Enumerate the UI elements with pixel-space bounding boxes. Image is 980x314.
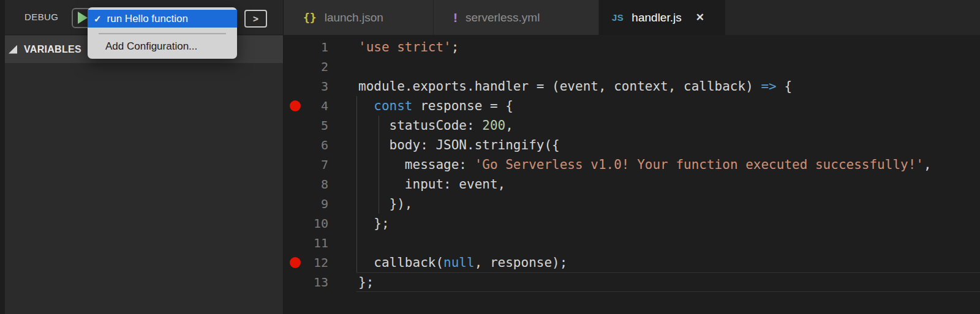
breakpoint-margin[interactable]	[284, 253, 307, 272]
breakpoint-margin[interactable]	[284, 272, 307, 292]
breakpoint-margin[interactable]	[284, 57, 307, 77]
code-text: input: event,	[328, 174, 505, 194]
checkmark-icon: ✓	[94, 13, 102, 24]
code-text: };	[328, 214, 390, 233]
line-number: 12	[307, 253, 328, 272]
breakpoint-margin[interactable]	[284, 155, 307, 174]
window-edge-strip	[0, 0, 5, 314]
code-line-8[interactable]: 8 input: event,	[284, 174, 980, 194]
start-debug-play-icon[interactable]	[78, 12, 88, 24]
menu-item-run-hello-function[interactable]: ✓ run Hello function	[88, 10, 237, 28]
console-chevron-icon: >	[253, 13, 258, 24]
code-token: response = {	[413, 99, 513, 113]
tab-label: handler.js	[631, 11, 681, 24]
code-line-2[interactable]: 2	[284, 57, 980, 77]
code-line-12[interactable]: 12 callback(null, response);	[284, 253, 980, 272]
breakpoint-icon[interactable]	[290, 100, 301, 111]
menu-separator	[99, 33, 226, 34]
javascript-icon: JS	[612, 12, 624, 23]
code-text	[328, 233, 358, 253]
collapse-triangle-icon	[9, 45, 17, 54]
editor-group: {}launch.json!serverless.ymlJShandler.js…	[283, 0, 980, 314]
breakpoint-margin[interactable]	[284, 37, 307, 57]
code-token: input: event,	[358, 177, 505, 192]
code-text: }),	[328, 194, 413, 214]
code-line-4[interactable]: 4 const response = {	[284, 96, 980, 116]
menu-item-add-configuration[interactable]: Add Configuration...	[88, 39, 237, 55]
code-token: 'use strict'	[358, 40, 451, 54]
menu-item-label: Add Configuration...	[105, 40, 197, 52]
code-token: const	[374, 99, 412, 113]
tab-launch.json[interactable]: {}launch.json	[284, 0, 434, 35]
menu-item-label: run Hello function	[107, 13, 188, 25]
indent-guide	[379, 116, 379, 214]
code-line-3[interactable]: 3module.exports.handler = (event, contex…	[284, 77, 980, 96]
line-number: 11	[307, 233, 328, 253]
code-line-10[interactable]: 10 };	[284, 214, 980, 233]
tab-handler.js[interactable]: JShandler.js✕	[599, 0, 725, 35]
breakpoint-margin[interactable]	[284, 116, 307, 135]
line-number: 5	[307, 116, 328, 135]
debug-console-button[interactable]: >	[244, 10, 267, 28]
code-token: statusCode:	[358, 118, 482, 133]
code-line-13[interactable]: 13};	[284, 272, 980, 292]
tab-label: launch.json	[325, 11, 383, 24]
indent-guide	[356, 96, 357, 272]
yaml-warning-icon: !	[453, 10, 458, 25]
code-token: ,	[505, 118, 513, 133]
tab-serverless.yml[interactable]: !serverless.yml	[434, 0, 599, 35]
code-token: body: JSON.stringify({	[358, 138, 560, 152]
code-text: 'use strict';	[328, 37, 459, 57]
code-area: 1'use strict';23module.exports.handler =…	[284, 37, 980, 292]
code-text: body: JSON.stringify({	[328, 135, 560, 155]
close-icon[interactable]: ✕	[696, 11, 704, 24]
code-token: null	[443, 255, 475, 270]
breakpoint-margin[interactable]	[284, 96, 307, 116]
breakpoint-margin[interactable]	[284, 174, 307, 194]
tab-bar: {}launch.json!serverless.ymlJShandler.js…	[284, 0, 980, 35]
code-token: ,	[924, 157, 932, 172]
code-token: 'Go Serverless v1.0! Your function execu…	[475, 157, 924, 172]
line-number: 6	[307, 135, 328, 155]
line-number: 7	[307, 155, 328, 174]
breakpoint-margin[interactable]	[284, 77, 307, 96]
code-token: };	[358, 275, 374, 290]
code-line-1[interactable]: 1'use strict';	[284, 37, 980, 57]
line-number: 2	[307, 57, 328, 77]
code-line-7[interactable]: 7 message: 'Go Serverless v1.0! Your fun…	[284, 155, 980, 174]
line-number: 3	[307, 77, 328, 96]
code-line-6[interactable]: 6 body: JSON.stringify({	[284, 135, 980, 155]
code-token: ;	[451, 40, 459, 54]
code-token: , response);	[475, 255, 568, 270]
line-number: 1	[307, 37, 328, 57]
code-token: 200	[482, 118, 505, 133]
code-text: module.exports.handler = (event, context…	[328, 77, 792, 96]
json-braces-icon: {}	[303, 11, 317, 24]
debug-title: DEBUG	[24, 0, 58, 34]
code-token: };	[358, 216, 390, 231]
editor[interactable]: 1'use strict';23module.exports.handler =…	[284, 35, 980, 314]
breakpoint-margin[interactable]	[284, 233, 307, 253]
code-token: callback(	[358, 255, 443, 270]
line-number: 4	[307, 96, 328, 116]
breakpoint-icon[interactable]	[290, 257, 301, 268]
code-line-9[interactable]: 9 }),	[284, 194, 980, 214]
code-text: };	[328, 272, 374, 292]
code-line-11[interactable]: 11	[284, 233, 980, 253]
debug-config-menu: ✓ run Hello function Add Configuration..…	[88, 7, 237, 59]
tab-label: serverless.yml	[466, 11, 540, 24]
breakpoint-margin[interactable]	[284, 214, 307, 233]
line-number: 10	[307, 214, 328, 233]
code-token	[358, 99, 374, 113]
code-token: module.exports.handler = (event, context…	[358, 79, 761, 94]
line-number: 13	[307, 272, 328, 292]
code-token: }),	[358, 196, 413, 211]
code-line-5[interactable]: 5 statusCode: 200,	[284, 116, 980, 135]
code-token: =>	[761, 79, 776, 94]
breakpoint-margin[interactable]	[284, 135, 307, 155]
line-number: 8	[307, 174, 328, 194]
code-text	[328, 57, 358, 77]
vscode-debug-window: DEBUG > VARIABLES {}launch.json!serverle…	[0, 0, 980, 314]
code-token: message:	[358, 157, 475, 172]
breakpoint-margin[interactable]	[284, 194, 307, 214]
